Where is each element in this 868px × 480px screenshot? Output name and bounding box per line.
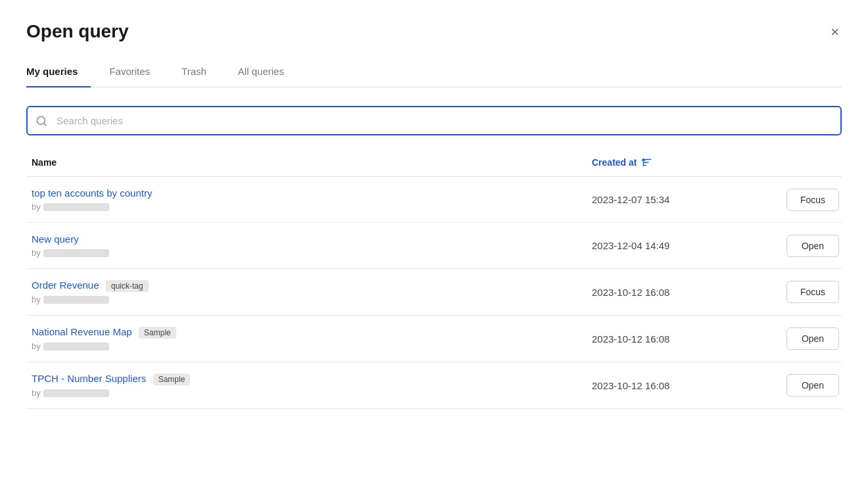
query-title[interactable]: National Revenue Map — [32, 326, 132, 337]
svg-line-1 — [43, 123, 45, 125]
dialog-header: Open query × — [26, 21, 842, 43]
query-title[interactable]: TPCH - Number Suppliers — [32, 373, 146, 384]
tab-all-queries[interactable]: All queries — [235, 59, 297, 87]
table-row: National Revenue Map Sample by 2023-10-1… — [26, 316, 842, 362]
query-title[interactable]: top ten accounts by country — [32, 187, 152, 199]
author-placeholder — [43, 343, 109, 350]
table-row: New query by 2023-12-04 14:49 Open — [26, 223, 842, 269]
row-action-col: Open — [763, 327, 842, 350]
row-name-col: National Revenue Map Sample by — [26, 326, 592, 351]
author-placeholder — [43, 203, 109, 211]
tabs-container: My queries Favorites Trash All queries — [26, 59, 842, 87]
queries-table: Name Created at top ten — [26, 151, 842, 409]
tab-favorites[interactable]: Favorites — [107, 59, 163, 87]
author-placeholder — [43, 296, 109, 304]
row-author: by — [32, 202, 592, 212]
query-tag: Sample — [153, 373, 191, 385]
search-input[interactable] — [26, 106, 842, 135]
open-button[interactable]: Open — [786, 327, 839, 350]
row-action-col: Open — [763, 374, 842, 396]
sort-icon — [640, 156, 652, 168]
open-button[interactable]: Open — [786, 374, 839, 396]
row-name-col: TPCH - Number Suppliers Sample by — [26, 373, 592, 398]
tab-my-queries[interactable]: My queries — [26, 59, 91, 87]
close-button[interactable]: × — [828, 21, 842, 43]
tab-trash[interactable]: Trash — [179, 59, 220, 87]
open-button[interactable]: Open — [786, 235, 839, 257]
row-action-col: Focus — [763, 281, 842, 303]
focus-button[interactable]: Focus — [786, 281, 839, 303]
row-author: by — [32, 388, 592, 398]
query-tag: Sample — [139, 327, 176, 339]
table-header: Name Created at — [26, 151, 842, 177]
row-created-at: 2023-10-12 16:08 — [592, 287, 763, 298]
row-author: by — [32, 341, 592, 351]
column-created-header[interactable]: Created at — [592, 156, 763, 168]
search-container — [26, 106, 842, 135]
row-author: by — [32, 248, 592, 258]
column-name-header: Name — [26, 157, 592, 168]
author-placeholder — [43, 389, 109, 397]
query-title[interactable]: New query — [32, 233, 79, 245]
row-created-at: 2023-12-07 15:34 — [592, 194, 763, 205]
row-name-col: top ten accounts by country by — [26, 187, 592, 212]
author-placeholder — [43, 249, 109, 257]
row-name-col: New query by — [26, 233, 592, 258]
query-title[interactable]: Order Revenue — [32, 279, 99, 291]
table-row: TPCH - Number Suppliers Sample by 2023-1… — [26, 362, 842, 409]
focus-button[interactable]: Focus — [786, 189, 839, 211]
row-name-col: Order Revenue quick-tag by — [26, 279, 592, 304]
row-created-at: 2023-12-04 14:49 — [592, 240, 763, 251]
search-icon — [36, 115, 47, 127]
row-action-col: Open — [763, 235, 842, 257]
table-row: Order Revenue quick-tag by 2023-10-12 16… — [26, 269, 842, 316]
row-created-at: 2023-10-12 16:08 — [592, 333, 763, 345]
query-tag: quick-tag — [106, 280, 149, 292]
row-action-col: Focus — [763, 189, 842, 211]
open-query-dialog: Open query × My queries Favorites Trash … — [0, 0, 868, 480]
dialog-title: Open query — [26, 21, 129, 42]
row-created-at: 2023-10-12 16:08 — [592, 380, 763, 391]
row-author: by — [32, 295, 592, 304]
table-row: top ten accounts by country by 2023-12-0… — [26, 177, 842, 223]
